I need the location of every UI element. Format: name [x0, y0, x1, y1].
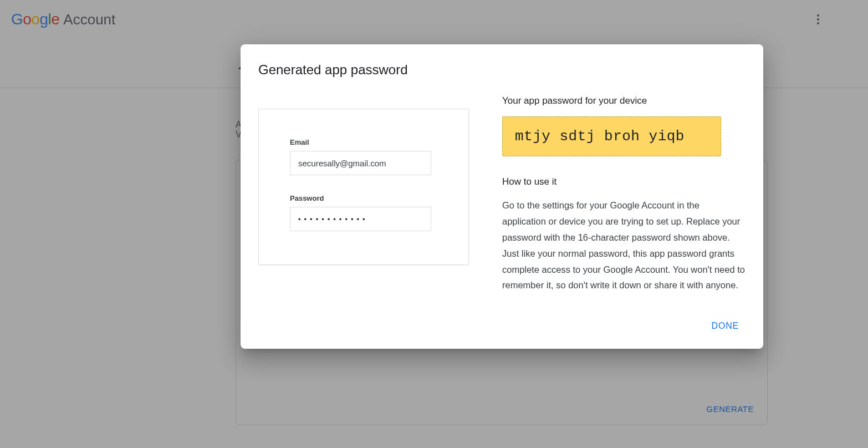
- password-field: ••••••••••••: [290, 207, 431, 231]
- instructions-text: Go to the settings for your Google Accou…: [502, 197, 746, 293]
- modal-right-panel: Your app password for your device mtjy s…: [502, 93, 746, 293]
- password-group: Password ••••••••••••: [290, 194, 437, 231]
- email-field: securesally@gmail.com: [290, 151, 431, 175]
- app-password-heading: Your app password for your device: [502, 95, 746, 106]
- generated-password-value: mtjy sdtj broh yiqb: [502, 116, 721, 156]
- modal-title: Generated app password: [258, 62, 746, 78]
- done-button[interactable]: DONE: [705, 317, 746, 335]
- modal-footer: DONE: [258, 317, 746, 335]
- password-label: Password: [290, 194, 437, 202]
- password-mask: ••••••••••••: [298, 215, 369, 223]
- email-label: Email: [290, 138, 437, 146]
- email-group: Email securesally@gmail.com: [290, 138, 437, 175]
- generated-password-modal: Generated app password Email securesally…: [241, 44, 763, 349]
- modal-body: Email securesally@gmail.com Password •••…: [258, 93, 746, 293]
- modal-left-panel: Email securesally@gmail.com Password •••…: [258, 93, 469, 293]
- example-login-card: Email securesally@gmail.com Password •••…: [258, 109, 469, 265]
- how-to-use-heading: How to use it: [502, 176, 746, 187]
